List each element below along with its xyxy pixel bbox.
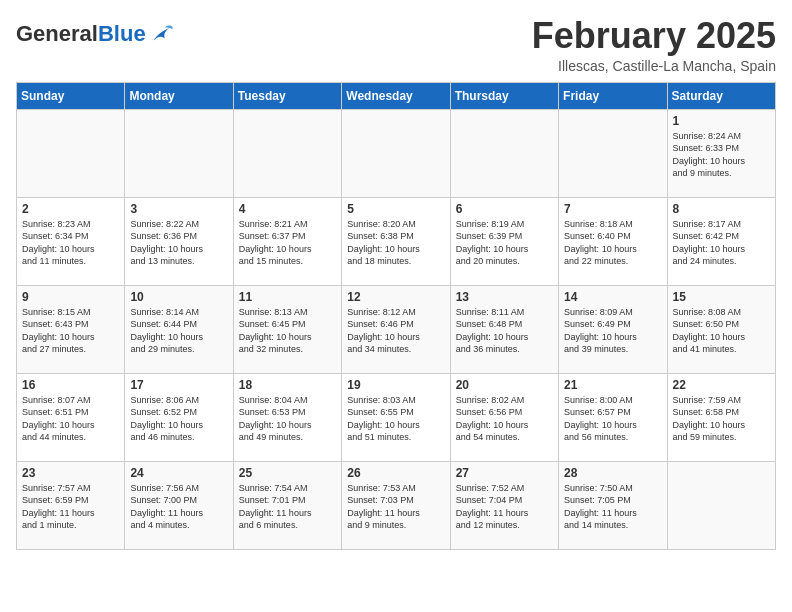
calendar-cell: 23Sunrise: 7:57 AM Sunset: 6:59 PM Dayli… xyxy=(17,461,125,549)
day-info: Sunrise: 7:52 AM Sunset: 7:04 PM Dayligh… xyxy=(456,482,553,532)
calendar-cell: 15Sunrise: 8:08 AM Sunset: 6:50 PM Dayli… xyxy=(667,285,775,373)
calendar-cell: 11Sunrise: 8:13 AM Sunset: 6:45 PM Dayli… xyxy=(233,285,341,373)
page-header: GeneralBlue February 2025 Illescas, Cast… xyxy=(16,16,776,74)
day-number: 12 xyxy=(347,290,444,304)
calendar-cell: 8Sunrise: 8:17 AM Sunset: 6:42 PM Daylig… xyxy=(667,197,775,285)
calendar-cell: 24Sunrise: 7:56 AM Sunset: 7:00 PM Dayli… xyxy=(125,461,233,549)
calendar-cell xyxy=(233,109,341,197)
day-number: 27 xyxy=(456,466,553,480)
calendar-cell: 1Sunrise: 8:24 AM Sunset: 6:33 PM Daylig… xyxy=(667,109,775,197)
day-number: 15 xyxy=(673,290,770,304)
calendar-cell: 19Sunrise: 8:03 AM Sunset: 6:55 PM Dayli… xyxy=(342,373,450,461)
calendar-cell: 12Sunrise: 8:12 AM Sunset: 6:46 PM Dayli… xyxy=(342,285,450,373)
calendar-body: 1Sunrise: 8:24 AM Sunset: 6:33 PM Daylig… xyxy=(17,109,776,549)
weekday-tuesday: Tuesday xyxy=(233,82,341,109)
calendar-cell: 27Sunrise: 7:52 AM Sunset: 7:04 PM Dayli… xyxy=(450,461,558,549)
calendar-cell: 7Sunrise: 8:18 AM Sunset: 6:40 PM Daylig… xyxy=(559,197,667,285)
day-number: 22 xyxy=(673,378,770,392)
calendar-cell: 26Sunrise: 7:53 AM Sunset: 7:03 PM Dayli… xyxy=(342,461,450,549)
weekday-wednesday: Wednesday xyxy=(342,82,450,109)
day-number: 16 xyxy=(22,378,119,392)
day-number: 5 xyxy=(347,202,444,216)
day-number: 14 xyxy=(564,290,661,304)
day-info: Sunrise: 8:17 AM Sunset: 6:42 PM Dayligh… xyxy=(673,218,770,268)
calendar-header: SundayMondayTuesdayWednesdayThursdayFrid… xyxy=(17,82,776,109)
day-number: 21 xyxy=(564,378,661,392)
logo-general-text: General xyxy=(16,21,98,46)
calendar-week-1: 2Sunrise: 8:23 AM Sunset: 6:34 PM Daylig… xyxy=(17,197,776,285)
calendar-cell: 18Sunrise: 8:04 AM Sunset: 6:53 PM Dayli… xyxy=(233,373,341,461)
calendar-cell xyxy=(450,109,558,197)
day-info: Sunrise: 7:53 AM Sunset: 7:03 PM Dayligh… xyxy=(347,482,444,532)
weekday-friday: Friday xyxy=(559,82,667,109)
weekday-saturday: Saturday xyxy=(667,82,775,109)
weekday-monday: Monday xyxy=(125,82,233,109)
day-info: Sunrise: 8:13 AM Sunset: 6:45 PM Dayligh… xyxy=(239,306,336,356)
day-info: Sunrise: 8:04 AM Sunset: 6:53 PM Dayligh… xyxy=(239,394,336,444)
day-info: Sunrise: 8:11 AM Sunset: 6:48 PM Dayligh… xyxy=(456,306,553,356)
logo-blue-text: Blue xyxy=(98,21,146,46)
day-number: 6 xyxy=(456,202,553,216)
calendar-week-4: 23Sunrise: 7:57 AM Sunset: 6:59 PM Dayli… xyxy=(17,461,776,549)
calendar-subtitle: Illescas, Castille-La Mancha, Spain xyxy=(532,58,776,74)
calendar-cell xyxy=(667,461,775,549)
day-info: Sunrise: 8:00 AM Sunset: 6:57 PM Dayligh… xyxy=(564,394,661,444)
day-info: Sunrise: 8:15 AM Sunset: 6:43 PM Dayligh… xyxy=(22,306,119,356)
calendar-cell xyxy=(125,109,233,197)
calendar-cell: 2Sunrise: 8:23 AM Sunset: 6:34 PM Daylig… xyxy=(17,197,125,285)
calendar-cell: 3Sunrise: 8:22 AM Sunset: 6:36 PM Daylig… xyxy=(125,197,233,285)
day-number: 24 xyxy=(130,466,227,480)
calendar-cell: 6Sunrise: 8:19 AM Sunset: 6:39 PM Daylig… xyxy=(450,197,558,285)
day-number: 19 xyxy=(347,378,444,392)
calendar-cell xyxy=(342,109,450,197)
calendar-cell: 22Sunrise: 7:59 AM Sunset: 6:58 PM Dayli… xyxy=(667,373,775,461)
day-number: 26 xyxy=(347,466,444,480)
day-number: 20 xyxy=(456,378,553,392)
day-number: 17 xyxy=(130,378,227,392)
calendar-cell: 28Sunrise: 7:50 AM Sunset: 7:05 PM Dayli… xyxy=(559,461,667,549)
calendar-cell: 4Sunrise: 8:21 AM Sunset: 6:37 PM Daylig… xyxy=(233,197,341,285)
day-number: 28 xyxy=(564,466,661,480)
calendar-cell: 5Sunrise: 8:20 AM Sunset: 6:38 PM Daylig… xyxy=(342,197,450,285)
calendar-week-2: 9Sunrise: 8:15 AM Sunset: 6:43 PM Daylig… xyxy=(17,285,776,373)
day-info: Sunrise: 8:02 AM Sunset: 6:56 PM Dayligh… xyxy=(456,394,553,444)
day-number: 1 xyxy=(673,114,770,128)
calendar-cell: 13Sunrise: 8:11 AM Sunset: 6:48 PM Dayli… xyxy=(450,285,558,373)
day-info: Sunrise: 8:22 AM Sunset: 6:36 PM Dayligh… xyxy=(130,218,227,268)
day-number: 18 xyxy=(239,378,336,392)
day-number: 11 xyxy=(239,290,336,304)
day-info: Sunrise: 8:18 AM Sunset: 6:40 PM Dayligh… xyxy=(564,218,661,268)
day-number: 10 xyxy=(130,290,227,304)
day-info: Sunrise: 8:06 AM Sunset: 6:52 PM Dayligh… xyxy=(130,394,227,444)
calendar-week-3: 16Sunrise: 8:07 AM Sunset: 6:51 PM Dayli… xyxy=(17,373,776,461)
calendar-cell: 17Sunrise: 8:06 AM Sunset: 6:52 PM Dayli… xyxy=(125,373,233,461)
calendar-week-0: 1Sunrise: 8:24 AM Sunset: 6:33 PM Daylig… xyxy=(17,109,776,197)
day-number: 25 xyxy=(239,466,336,480)
day-info: Sunrise: 8:20 AM Sunset: 6:38 PM Dayligh… xyxy=(347,218,444,268)
day-info: Sunrise: 8:08 AM Sunset: 6:50 PM Dayligh… xyxy=(673,306,770,356)
calendar-cell: 10Sunrise: 8:14 AM Sunset: 6:44 PM Dayli… xyxy=(125,285,233,373)
day-info: Sunrise: 8:23 AM Sunset: 6:34 PM Dayligh… xyxy=(22,218,119,268)
day-info: Sunrise: 8:14 AM Sunset: 6:44 PM Dayligh… xyxy=(130,306,227,356)
day-number: 8 xyxy=(673,202,770,216)
calendar-cell: 16Sunrise: 8:07 AM Sunset: 6:51 PM Dayli… xyxy=(17,373,125,461)
day-info: Sunrise: 8:19 AM Sunset: 6:39 PM Dayligh… xyxy=(456,218,553,268)
title-block: February 2025 Illescas, Castille-La Manc… xyxy=(532,16,776,74)
day-info: Sunrise: 7:59 AM Sunset: 6:58 PM Dayligh… xyxy=(673,394,770,444)
day-number: 3 xyxy=(130,202,227,216)
day-number: 2 xyxy=(22,202,119,216)
day-info: Sunrise: 8:03 AM Sunset: 6:55 PM Dayligh… xyxy=(347,394,444,444)
day-info: Sunrise: 7:56 AM Sunset: 7:00 PM Dayligh… xyxy=(130,482,227,532)
day-number: 7 xyxy=(564,202,661,216)
day-info: Sunrise: 8:21 AM Sunset: 6:37 PM Dayligh… xyxy=(239,218,336,268)
calendar-cell xyxy=(17,109,125,197)
logo-bird-icon xyxy=(148,20,176,48)
logo: GeneralBlue xyxy=(16,20,176,48)
day-number: 9 xyxy=(22,290,119,304)
day-info: Sunrise: 8:12 AM Sunset: 6:46 PM Dayligh… xyxy=(347,306,444,356)
calendar-table: SundayMondayTuesdayWednesdayThursdayFrid… xyxy=(16,82,776,550)
day-info: Sunrise: 8:09 AM Sunset: 6:49 PM Dayligh… xyxy=(564,306,661,356)
weekday-header-row: SundayMondayTuesdayWednesdayThursdayFrid… xyxy=(17,82,776,109)
day-number: 4 xyxy=(239,202,336,216)
weekday-sunday: Sunday xyxy=(17,82,125,109)
